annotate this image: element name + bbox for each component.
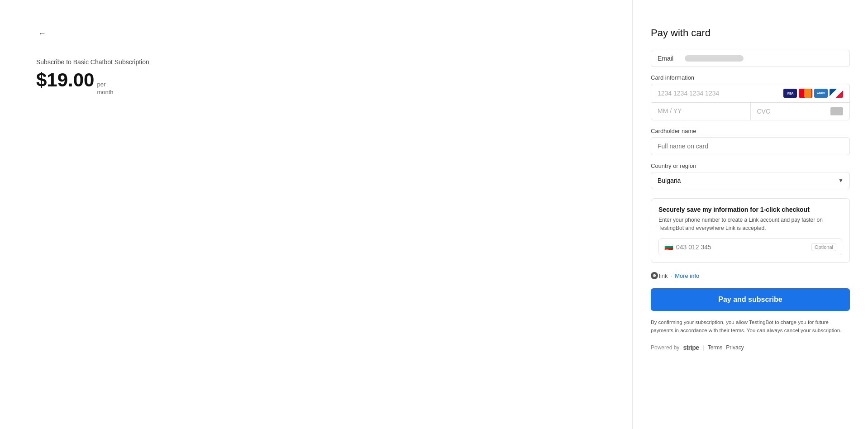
phone-row[interactable]: 🇧🇬 043 012 345 Optional (658, 238, 842, 255)
cardholder-field[interactable] (651, 137, 850, 155)
link-row: ⊕ link · More info (651, 272, 850, 279)
more-info-link[interactable]: More info (675, 272, 699, 279)
price-period: per month (97, 81, 113, 96)
email-row: Email (651, 50, 850, 67)
price-amount: $19.00 (36, 69, 94, 91)
save-info-desc: Enter your phone number to create a Link… (658, 216, 842, 232)
link-icon: ⊕ (651, 272, 658, 279)
back-button[interactable]: ← (36, 27, 48, 40)
price-container: $19.00 per month (36, 69, 114, 96)
section-title: Pay with card (651, 27, 850, 39)
card-icons: VISA AMEX (783, 89, 843, 98)
cardholder-label: Cardholder name (651, 128, 850, 134)
subscribe-label: Subscribe to Basic Chatbot Subscription (36, 58, 149, 66)
phone-placeholder: 043 012 345 (676, 243, 811, 251)
footer-row: Powered by stripe | Terms Privacy (651, 344, 850, 351)
cardholder-input[interactable] (658, 143, 843, 150)
visa-icon: VISA (783, 89, 797, 98)
card-number-placeholder: 1234 1234 1234 1234 (658, 90, 783, 97)
card-expiry-cvc-row: MM / YY CVC (651, 103, 849, 120)
link-text: link (659, 272, 668, 279)
terms-text: By confirming your subscription, you all… (651, 318, 850, 335)
mastercard-icon (799, 89, 812, 98)
link-separator: · (671, 272, 672, 279)
country-select-wrapper: Bulgaria United States United Kingdom Ge… (651, 172, 850, 189)
privacy-link[interactable]: Privacy (726, 344, 744, 351)
save-info-box: Securely save my information for 1-click… (651, 198, 850, 263)
save-info-title: Securely save my information for 1-click… (658, 206, 842, 213)
amex-icon: AMEX (814, 89, 828, 98)
card-cvc-field[interactable]: CVC (751, 103, 850, 120)
jcb-icon (830, 89, 843, 98)
cvc-placeholder: CVC (757, 108, 771, 115)
email-input-placeholder (685, 55, 744, 62)
flag-bulgaria-icon: 🇧🇬 (664, 243, 673, 251)
left-panel: ← Subscribe to Basic Chatbot Subscriptio… (0, 0, 632, 429)
optional-badge: Optional (811, 243, 836, 251)
country-select[interactable]: Bulgaria United States United Kingdom Ge… (651, 172, 850, 189)
right-panel: Pay with card Email Card information 123… (633, 0, 868, 429)
card-expiry-field[interactable]: MM / YY (651, 103, 751, 120)
email-label: Email (658, 55, 680, 62)
link-logo: ⊕ link (651, 272, 668, 279)
powered-by-text: Powered by (651, 344, 679, 351)
card-info-label: Card information (651, 74, 850, 81)
cvc-icon (830, 107, 843, 115)
stripe-logo: stripe (683, 344, 699, 351)
page-container: ← Subscribe to Basic Chatbot Subscriptio… (0, 0, 868, 429)
terms-link[interactable]: Terms (708, 344, 723, 351)
card-info-box: 1234 1234 1234 1234 VISA AMEX MM / YY CV… (651, 84, 850, 120)
pay-subscribe-button[interactable]: Pay and subscribe (651, 288, 850, 311)
country-label: Country or region (651, 162, 850, 169)
footer-separator: | (703, 344, 704, 351)
card-number-row[interactable]: 1234 1234 1234 1234 VISA AMEX (651, 84, 849, 103)
